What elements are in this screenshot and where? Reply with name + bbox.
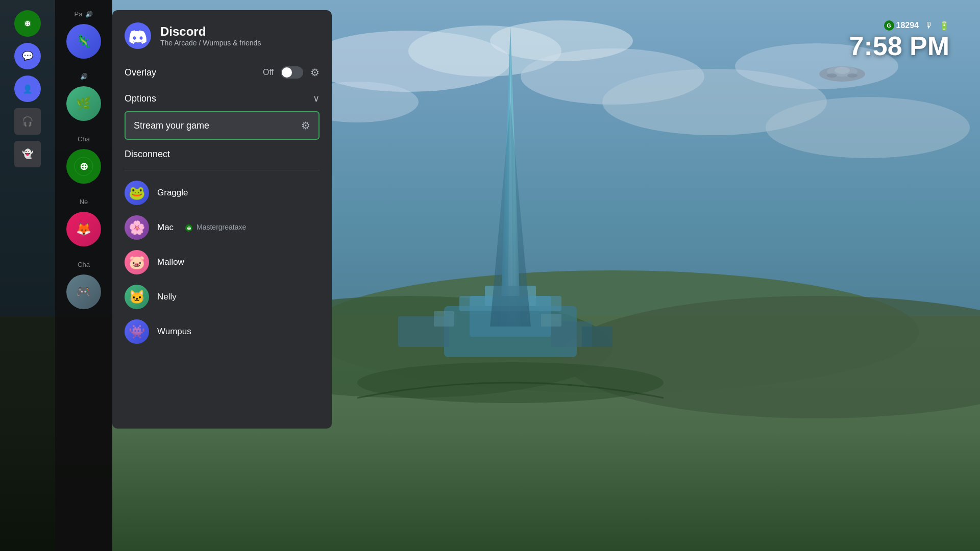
panel-content: Overlay Off ⚙ Options ∨ Stream your game…	[112, 59, 332, 429]
svg-rect-23	[541, 314, 561, 327]
sidebar-right-v2: 🔊	[80, 73, 88, 80]
svg-text:⊕: ⊕	[80, 161, 88, 172]
svg-point-28	[835, 67, 850, 74]
discord-header: Discord The Arcade / Wumpus & friends	[112, 10, 332, 59]
sidebar-text-cha2: Cha	[78, 261, 90, 268]
sidebar-thumb-3[interactable]: 🦊	[66, 212, 101, 246]
battery-icon: 🔋	[939, 21, 949, 31]
friend-avatar-mac: 🌸	[125, 215, 149, 240]
g-score-value: 18294	[896, 21, 919, 30]
stream-game-button[interactable]: Stream your game ⚙	[125, 111, 320, 140]
options-row[interactable]: Options ∨	[125, 86, 320, 111]
mic-icon: 🎙	[925, 21, 933, 30]
sidebar-icon-user[interactable]: 👤	[14, 76, 41, 102]
stream-game-label: Stream your game	[134, 120, 209, 131]
sidebar-icons: ⊕ 💬 👤 🎧 👻	[0, 0, 55, 551]
svg-point-6	[490, 20, 633, 61]
friend-item-nelly[interactable]: 🐱 Nelly	[125, 280, 320, 314]
overlay-toggle[interactable]	[281, 66, 303, 79]
friend-name-mac: Mac	[157, 222, 174, 233]
friend-name-graggle: Graggle	[157, 188, 188, 198]
hud-top-right: G 18294 🎙 🔋 7:58 PM	[849, 20, 949, 59]
svg-rect-21	[582, 327, 612, 347]
sidebar-text-cha1: Cha	[78, 135, 90, 143]
sidebar-thumb-1[interactable]: 🦎	[66, 24, 101, 59]
friend-name-nelly: Nelly	[157, 292, 177, 302]
svg-point-8	[766, 97, 970, 158]
sidebar-right: Pa 🔊 🦎 🔊 🌿 Cha ⊕ Ne	[55, 0, 112, 551]
svg-point-29	[827, 73, 837, 78]
discord-panel: Discord The Arcade / Wumpus & friends Ov…	[112, 10, 332, 429]
xbox-g-logo: G	[884, 20, 894, 31]
friend-gamertag-mac: Mastergreataxe	[197, 223, 246, 231]
overlay-gear-icon[interactable]: ⚙	[310, 66, 320, 79]
sidebar-icon-ghost[interactable]: 👻	[14, 141, 41, 167]
sidebar-icon-headset[interactable]: 🎧	[14, 108, 41, 135]
friend-avatar-graggle: 🐸	[125, 181, 149, 205]
friend-avatar-wumpus: 👾	[125, 319, 149, 344]
volume-icon-1: 🔊	[85, 11, 93, 18]
hud-stats: G 18294 🎙 🔋	[849, 20, 949, 31]
svg-text:⊕: ⊕	[24, 19, 31, 28]
overlay-right: Off ⚙	[263, 66, 320, 79]
sidebar-thumb-2[interactable]: 🌿	[66, 86, 101, 121]
discord-header-text: Discord The Arcade / Wumpus & friends	[160, 24, 261, 47]
friend-xbox-mac: ⊕ Mastergreataxe	[185, 223, 246, 232]
options-chevron-icon: ∨	[313, 93, 320, 104]
toggle-knob	[282, 67, 292, 78]
friend-name-wumpus: Wumpus	[157, 327, 191, 337]
sidebar-text-pa: Pa	[75, 10, 83, 18]
svg-text:💬: 💬	[22, 51, 34, 62]
discord-logo-icon	[125, 22, 151, 49]
discord-title: Discord	[160, 24, 261, 39]
svg-text:⊕: ⊕	[187, 226, 191, 231]
sidebar-thumb-4[interactable]: 🎮	[66, 274, 101, 309]
friend-item-mallow[interactable]: 🐷 Mallow	[125, 245, 320, 280]
friends-list: 🐸 Graggle 🌸 Mac ⊕ Mastergreataxe	[125, 176, 320, 349]
hud-time: 7:58 PM	[849, 33, 949, 59]
disconnect-row: Disconnect	[125, 142, 320, 167]
svg-text:👻: 👻	[22, 148, 34, 160]
panel-divider	[125, 170, 320, 170]
sidebar-icon-discord[interactable]: 💬	[14, 43, 41, 69]
sidebar-text-ne: Ne	[80, 198, 88, 206]
sidebar-icon-xbox[interactable]: ⊕	[14, 10, 41, 37]
friend-item-mac[interactable]: 🌸 Mac ⊕ Mastergreataxe	[125, 210, 320, 245]
stream-gear-icon[interactable]: ⚙	[301, 119, 310, 132]
spaceship	[817, 61, 868, 89]
friend-item-wumpus[interactable]: 👾 Wumpus	[125, 314, 320, 349]
overlay-label: Overlay	[125, 67, 156, 78]
overlay-status: Off	[263, 68, 274, 77]
svg-point-30	[847, 73, 857, 78]
disconnect-label[interactable]: Disconnect	[125, 149, 170, 159]
discord-subtitle: The Arcade / Wumpus & friends	[160, 39, 261, 47]
overlay-row: Overlay Off ⚙	[125, 59, 320, 86]
svg-text:🎧: 🎧	[22, 116, 34, 127]
hud-g-score: G 18294	[884, 20, 919, 31]
friend-item-graggle[interactable]: 🐸 Graggle	[125, 176, 320, 210]
friend-avatar-nelly: 🐱	[125, 285, 149, 309]
friend-avatar-mallow: 🐷	[125, 250, 149, 274]
svg-rect-22	[434, 311, 454, 327]
volume-icon-2: 🔊	[80, 73, 88, 80]
friend-name-mallow: Mallow	[157, 257, 184, 267]
sidebar-thumb-xbox[interactable]: ⊕	[66, 149, 101, 184]
options-label: Options	[125, 93, 156, 104]
sidebar-right-header: Pa 🔊	[75, 10, 93, 18]
